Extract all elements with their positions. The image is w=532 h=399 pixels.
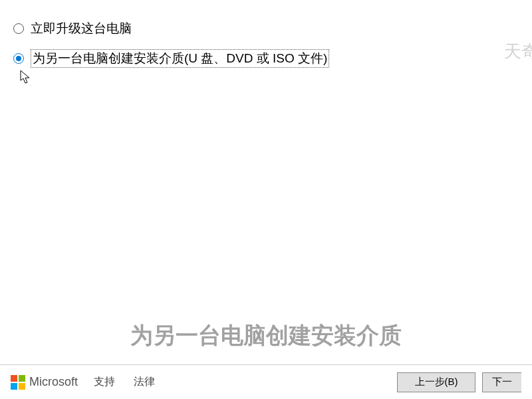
- footer-buttons: 上一步(B) 下一: [397, 372, 521, 392]
- radio-checked-icon: [13, 53, 24, 64]
- support-link[interactable]: 支持: [94, 375, 115, 389]
- option-upgrade-this-pc[interactable]: 立即升级这台电脑: [13, 20, 519, 37]
- footer-bar: Microsoft 支持 法律 上一步(B) 下一: [0, 364, 532, 399]
- microsoft-logo-icon: [11, 375, 25, 390]
- legal-link[interactable]: 法律: [134, 375, 155, 389]
- microsoft-logo: Microsoft: [11, 375, 78, 390]
- watermark-text: 天奇: [504, 40, 532, 63]
- back-button[interactable]: 上一步(B): [397, 372, 475, 392]
- video-subtitle: 为另一台电脑创建安装介质: [130, 321, 402, 351]
- option-upgrade-label: 立即升级这台电脑: [31, 20, 132, 37]
- cursor-icon: [20, 70, 32, 84]
- option-create-media-label: 为另一台电脑创建安装介质(U 盘、DVD 或 ISO 文件): [31, 49, 329, 68]
- options-area: 立即升级这台电脑 为另一台电脑创建安装介质(U 盘、DVD 或 ISO 文件): [0, 0, 532, 68]
- option-create-media[interactable]: 为另一台电脑创建安装介质(U 盘、DVD 或 ISO 文件): [13, 49, 519, 68]
- next-button[interactable]: 下一: [482, 372, 521, 392]
- radio-unchecked-icon: [13, 23, 24, 34]
- microsoft-logo-text: Microsoft: [29, 375, 78, 389]
